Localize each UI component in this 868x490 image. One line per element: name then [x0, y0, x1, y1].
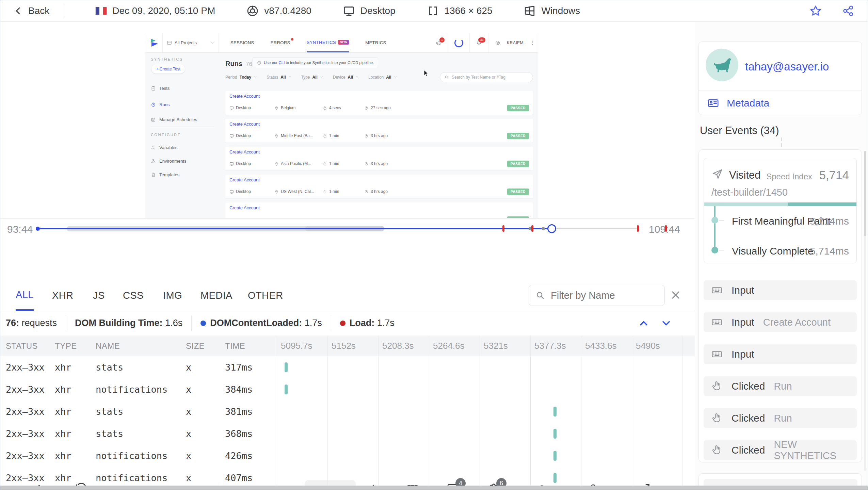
sidebar-item-templates[interactable]: Templates [151, 172, 179, 177]
event-input[interactable]: Input [704, 280, 857, 300]
col-name[interactable]: NAME [96, 336, 120, 356]
tab-css[interactable]: CSS [123, 280, 144, 311]
test-search-input[interactable]: Search by Test Name or #Tag [440, 72, 533, 82]
event-input[interactable]: Input [704, 344, 857, 364]
filter-status[interactable]: StatusAll [267, 75, 291, 80]
tab-media[interactable]: MEDIA [200, 280, 232, 311]
tab-other[interactable]: OTHER [248, 280, 283, 311]
col-size[interactable]: SIZE [186, 336, 205, 356]
favorite-star-icon[interactable] [809, 4, 822, 17]
device-type: Desktop [343, 5, 396, 17]
run-title[interactable]: Create Account [229, 149, 260, 154]
filter-type[interactable]: TypeAll [301, 75, 323, 80]
tab-all[interactable]: ALL [16, 280, 34, 311]
keyboard-icon [711, 316, 723, 328]
run-title[interactable]: Create Account [229, 177, 260, 182]
clipboard-icon [151, 86, 156, 91]
pointer-hand-icon [711, 412, 723, 424]
app-nav-tabs: SESSIONS ERRORS SYNTHETICSNEW METRICS [230, 33, 386, 52]
network-table-row[interactable]: 2xx–3xxxhrstatsx317ms [0, 356, 695, 378]
chrome-icon [246, 5, 259, 17]
cli-link[interactable]: CLI [278, 61, 285, 65]
event-clicked[interactable]: ClickedNEW SYNTHETICS [704, 440, 857, 460]
sidebar-item-runs[interactable]: Runs [151, 102, 170, 107]
load-stat: Load: 1.7s [350, 318, 395, 328]
col-status[interactable]: STATUS [6, 336, 38, 356]
run-title[interactable]: Create Account [229, 94, 260, 99]
tab-js[interactable]: JS [93, 280, 105, 311]
run-ago [364, 217, 371, 218]
runs-count: 76 [246, 61, 252, 68]
tab-img[interactable]: IMG [163, 280, 182, 311]
metric-connector-line [714, 206, 716, 250]
run-card[interactable]: Create Account Desktop Asia Pacific (M..… [225, 147, 533, 170]
share-icon[interactable] [842, 4, 855, 17]
more-menu-icon[interactable]: ⋮ [530, 39, 535, 46]
tab-sessions[interactable]: SESSIONS [230, 33, 254, 52]
sidebar-item-environments[interactable]: Environments [151, 159, 186, 164]
run-meta: Desktop PASSED [229, 215, 529, 218]
back-button[interactable]: Back [13, 5, 49, 16]
sidebar-scrollbar-track[interactable] [864, 151, 866, 471]
event-clicked[interactable]: ClickedRun [704, 408, 857, 428]
collapse-up-icon[interactable] [638, 317, 650, 329]
tab-xhr[interactable]: XHR [52, 280, 73, 311]
filter-input[interactable] [550, 290, 654, 301]
run-title[interactable]: Create Account [229, 121, 260, 127]
event-input[interactable]: InputCreate Account [704, 312, 857, 332]
user-name[interactable]: KRAIEM [507, 40, 524, 45]
network-table-row[interactable]: 2xx–3xxxhrnotificationsx384ms [0, 378, 695, 401]
sidebar-item-variables[interactable]: Variables [151, 145, 177, 150]
settings-gear-icon[interactable] [495, 40, 501, 46]
tab-metrics[interactable]: METRICS [365, 33, 386, 52]
run-card[interactable]: Create Account Desktop US West (N. Cal..… [225, 175, 533, 198]
error-marker[interactable] [502, 225, 504, 232]
error-marker[interactable] [637, 225, 639, 232]
visited-url: /test-builder/1450 [711, 187, 788, 198]
collapse-down-icon[interactable] [660, 317, 672, 329]
announcements-icon[interactable]: 1 [436, 40, 442, 46]
bottom-scrollbar[interactable] [0, 486, 868, 490]
col-time[interactable]: TIME [225, 336, 245, 356]
app-toolbar: All Projects SESSIONS ERRORS SYNTHETICSN… [145, 33, 538, 53]
keyboard-icon [711, 284, 723, 296]
run-title[interactable]: Create Account [229, 205, 260, 210]
sidebar-item-manage-schedules[interactable]: Manage Schedules [151, 117, 197, 122]
timeline-handle[interactable] [547, 224, 556, 233]
filter-location[interactable]: LocationAll [368, 75, 397, 80]
run-card[interactable]: Create Account Desktop Belgium 4 secs 27… [225, 91, 533, 115]
tab-errors[interactable]: ERRORS [271, 33, 290, 52]
close-panel-icon[interactable] [670, 289, 682, 301]
run-card[interactable]: Create Account Desktop Middle East (Ba..… [225, 119, 533, 143]
sidebar-scrollbar-thumb[interactable] [864, 151, 866, 236]
network-table-row[interactable]: 2xx–3xxxhrstatsx381ms [0, 401, 695, 423]
run-location: Middle East (Ba... [274, 133, 323, 138]
network-table-row[interactable]: 2xx–3xxxhrstatsx368ms [0, 423, 695, 445]
timeline-remaining[interactable] [552, 228, 639, 229]
create-test-button[interactable]: + Create Test [151, 64, 185, 74]
event-dot[interactable] [542, 227, 545, 230]
pointer-hand-icon [711, 380, 723, 392]
visited-card[interactable]: Visited Speed Index 5,714 /test-builder/… [704, 158, 857, 263]
network-table-row[interactable]: 2xx–3xxxhrnotificationsx426ms [0, 445, 695, 467]
event-clicked[interactable]: ClickedRun [704, 376, 857, 396]
request-waterfall-bar [553, 473, 557, 483]
project-name: All Projects [175, 40, 197, 45]
tab-synthetics[interactable]: SYNTHETICSNEW [307, 33, 349, 52]
run-card[interactable]: Create Account Desktop PASSED [225, 202, 533, 218]
col-type[interactable]: TYPE [55, 336, 77, 356]
project-selector[interactable]: All Projects [162, 33, 219, 52]
timeline-progress[interactable] [38, 228, 549, 229]
run-device: Desktop [229, 189, 274, 194]
filter-period[interactable]: PeriodToday [225, 75, 257, 80]
session-date: Dec 09, 2020, 05:10 PM [95, 5, 215, 16]
error-marker[interactable] [531, 225, 533, 232]
filter-device[interactable]: DeviceAll [333, 75, 359, 80]
runs-heading: Runs 76 [225, 60, 252, 68]
resolution-brackets-icon [427, 5, 439, 17]
notifications-bell-icon[interactable]: 33 [476, 40, 482, 46]
sidebar-item-tests[interactable]: Tests [151, 86, 170, 91]
metadata-button[interactable]: Metadata [707, 97, 769, 109]
chevron-left-icon [13, 6, 23, 16]
user-email[interactable]: tahay@asayer.io [745, 60, 829, 73]
